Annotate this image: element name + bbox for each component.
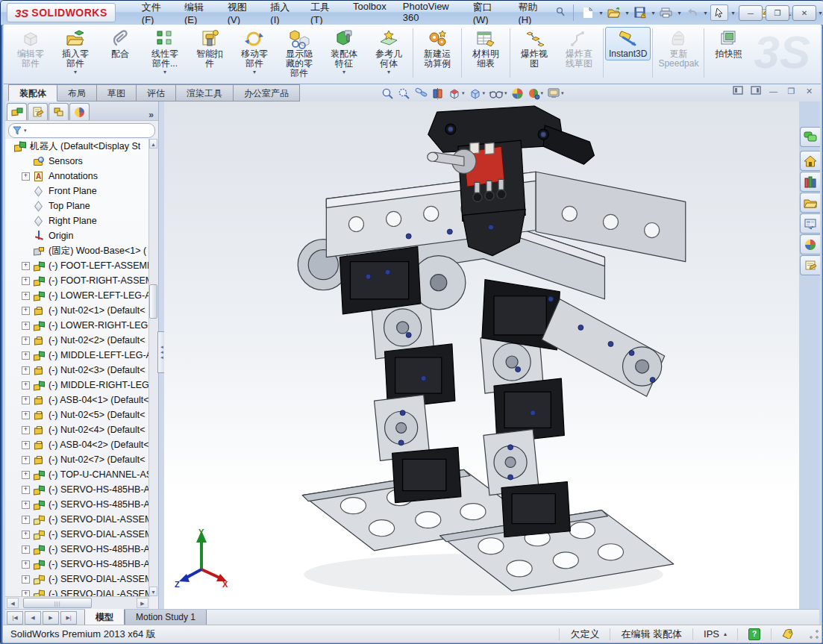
custom-properties-tab[interactable] — [800, 255, 820, 275]
expand-toggle-icon[interactable] — [22, 545, 30, 554]
doc-minimize-button[interactable]: — — [768, 87, 779, 96]
menu-file[interactable]: 文件(F) — [135, 0, 175, 28]
tab-office-products[interactable]: 办公室产品 — [234, 84, 300, 101]
tree-item[interactable]: (-) SERVO-HS-485HB-AS — [5, 482, 150, 497]
expand-toggle-icon[interactable] — [22, 516, 30, 524]
scrollbar-thumb[interactable] — [149, 284, 157, 319]
hide-show-items-button[interactable] — [488, 86, 508, 101]
open-dropdown-icon[interactable] — [624, 10, 630, 16]
graphics-area[interactable]: Y X Z — [164, 101, 799, 610]
menu-edit[interactable]: 编辑(E) — [178, 0, 218, 28]
tree-item[interactable]: (-) Nut-02<7> (Default< — [5, 452, 150, 467]
expand-toggle-icon[interactable] — [22, 590, 30, 597]
robot-model[interactable] — [290, 103, 692, 604]
tree-item[interactable]: Sensors — [5, 154, 150, 169]
open-button[interactable] — [606, 5, 622, 20]
print-button[interactable] — [658, 5, 675, 20]
tab-motion-study-1[interactable]: Motion Study 1 — [125, 610, 207, 625]
minimize-button[interactable] — [739, 5, 763, 21]
mate-button[interactable]: 配合 — [98, 27, 143, 60]
view-orientation-button[interactable] — [447, 86, 466, 101]
pushpin-icon[interactable] — [555, 7, 566, 19]
tab-sketch[interactable]: 草图 — [97, 84, 137, 101]
undo-button[interactable] — [684, 5, 701, 20]
tree-item[interactable]: Origin — [5, 228, 150, 243]
expand-toggle-icon[interactable] — [22, 560, 30, 569]
tree-item[interactable]: (-) Nut-02<4> (Default< — [5, 422, 150, 437]
tree-item[interactable]: (-) ASB-04<2> (Default< — [5, 437, 150, 452]
tree-item[interactable]: (-) FOOT-LEFT-ASSEMBL — [5, 258, 150, 273]
expand-toggle-icon[interactable] — [22, 575, 30, 584]
menu-tools[interactable]: 工具(T) — [304, 0, 343, 28]
tree-item[interactable]: (固定) Wood-Base<1> ( — [5, 243, 150, 258]
tree-item[interactable]: (-) SERVO-DIAL-ASSEMB — [5, 512, 150, 527]
tree-item[interactable]: (-) MIDDLE-LEFT-LEG-AS — [5, 348, 150, 363]
menu-insert[interactable]: 插入(I) — [263, 0, 301, 28]
tree-item[interactable]: (-) SERVO-DIAL-ASSEMB — [5, 587, 150, 596]
tree-filter-input[interactable] — [8, 123, 155, 138]
tree-item[interactable]: (-) Nut-02<1> (Default< — [5, 303, 150, 318]
exploded-view-button[interactable]: 爆炸视 图 — [512, 27, 557, 70]
expand-toggle-icon[interactable] — [22, 172, 30, 181]
explode-line-sketch-button[interactable]: 爆炸直 线草图 — [557, 27, 601, 70]
tab-evaluate[interactable]: 评估 — [137, 84, 176, 101]
section-view-button[interactable] — [431, 86, 445, 101]
displaymanager-tab[interactable] — [69, 103, 90, 120]
show-hidden-components-button[interactable]: 显示隐 藏的零 部件 — [277, 27, 322, 80]
tree-item[interactable]: (-) LOWER-RIGHT-LEG-A — [5, 318, 150, 333]
tree-item[interactable]: (-) SERVO-DIAL-ASSEMB — [5, 572, 150, 587]
tree-item-root[interactable]: 机器人 (Default<Display St — [5, 139, 150, 154]
filter-dropdown-icon[interactable] — [24, 128, 27, 134]
save-button[interactable]: ! — [632, 5, 648, 20]
screen-options-button[interactable] — [546, 86, 565, 101]
menu-view[interactable]: 视图(V) — [221, 0, 261, 28]
menu-toolbox[interactable]: Toolbox — [346, 0, 393, 28]
expand-toggle-icon[interactable] — [22, 292, 30, 300]
panel-expand-chevron-icon[interactable] — [148, 110, 154, 120]
collapse-left-pane-icon[interactable] — [732, 86, 743, 96]
linear-component-pattern-button[interactable]: 线性零 部件... — [143, 27, 187, 77]
tree-item[interactable]: (-) SERVO-HS-485HB-AS — [5, 542, 150, 557]
appearance-tag-button[interactable] — [771, 628, 804, 640]
select-button[interactable] — [710, 4, 728, 21]
undo-dropdown-icon[interactable] — [702, 10, 709, 16]
update-speedpak-button[interactable]: 更新 Speedpak — [654, 27, 702, 70]
take-snapshot-button[interactable]: 拍快照 — [706, 27, 751, 60]
tab-render-tools[interactable]: 渲染工具 — [176, 84, 234, 101]
tree-item[interactable]: Right Plane — [5, 213, 150, 228]
collapse-right-pane-icon[interactable] — [750, 86, 761, 96]
smart-fasteners-button[interactable]: 智能扣 件 — [187, 27, 232, 70]
tab-model[interactable]: 模型 — [84, 609, 125, 625]
scroll-down-icon[interactable] — [149, 587, 157, 596]
scroll-left-icon[interactable] — [7, 598, 19, 608]
forum-tab[interactable] — [800, 127, 820, 147]
bill-of-materials-button[interactable]: 材料明 细表 — [463, 27, 508, 70]
view-settings-button[interactable] — [527, 86, 545, 101]
expand-toggle-icon[interactable] — [22, 426, 30, 434]
resize-grip[interactable] — [809, 629, 819, 640]
assembly-features-button[interactable]: 装配体 特征 — [322, 27, 366, 77]
expand-toggle-icon[interactable] — [22, 456, 30, 464]
tree-item[interactable]: (-) MIDDLE-RIGHT-LEG- — [5, 378, 150, 393]
tree-item[interactable]: (-) Nut-02<2> (Default< — [5, 333, 150, 348]
tree-item[interactable]: (-) SERVO-DIAL-ASSEMB — [5, 527, 150, 542]
tree-item[interactable]: Top Plane — [5, 198, 150, 213]
tree-item[interactable]: (-) TOP-U-CHANNEL-AS — [5, 467, 150, 482]
file-explorer-tab[interactable] — [800, 193, 820, 213]
first-tab-button[interactable]: |◀ — [7, 611, 23, 625]
close-button[interactable] — [792, 5, 816, 21]
scroll-right-icon[interactable] — [137, 598, 148, 608]
tree-item[interactable]: (-) SERVO-HS-485HB-AS — [5, 557, 150, 572]
featuremanager-tab[interactable] — [7, 103, 27, 120]
last-tab-button[interactable]: ▶| — [60, 611, 77, 625]
menu-photoview360[interactable]: PhotoView 360 — [396, 0, 463, 28]
help-dropdown-icon[interactable] — [817, 10, 823, 16]
expand-toggle-icon[interactable] — [22, 411, 30, 419]
tab-layout[interactable]: 布局 — [57, 84, 97, 101]
expand-toggle-icon[interactable] — [22, 531, 30, 539]
zoom-to-area-button[interactable] — [397, 86, 411, 101]
tree-item[interactable]: (-) LOWER-LEFT-LEG-AS — [5, 288, 150, 303]
print-dropdown-icon[interactable] — [676, 10, 683, 16]
propertymanager-tab[interactable] — [28, 103, 48, 120]
resources-tab[interactable] — [800, 151, 820, 171]
